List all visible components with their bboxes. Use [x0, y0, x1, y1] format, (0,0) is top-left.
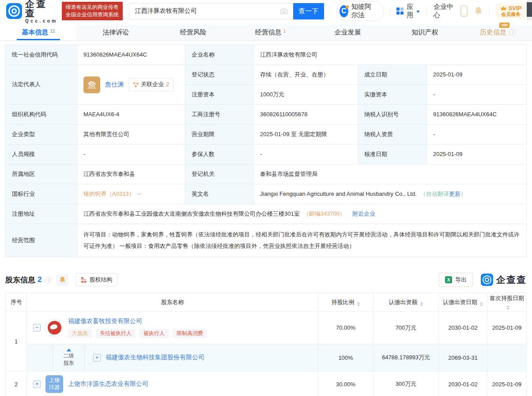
value-cell: 2025-01-09 — [427, 65, 527, 85]
expand-button[interactable]: + — [33, 381, 41, 388]
column-label: 持股比例 — [332, 299, 355, 305]
label-cell: 所属地区 — [6, 164, 77, 184]
shareholder-row: 2 + 上饶 沣源 上饶市沣源生态农业有限公司 30.00% 300万元 203… — [6, 371, 527, 396]
tab-history[interactable]: VIP 历史信息 i — [464, 25, 532, 40]
info-row: 经营范围 许可项目：动物饲养，家禽饲养，牲畜饲养（依法须经批准的项目，经相关部门… — [6, 224, 527, 257]
info-row: 组织机构代码 MAEA4UX6-4 工商注册号 360826110005678 … — [6, 105, 527, 125]
tag-consumption-restriction[interactable]: 限制高消费 — [173, 329, 207, 338]
tab-operating-risk[interactable]: 经营风险 — [155, 25, 232, 40]
value-cell: 江西沣豚农牧有限公司 — [254, 45, 527, 65]
shareholders-count: 2 — [38, 275, 42, 284]
sort-icon[interactable] — [357, 302, 360, 306]
shareholders-header: 股东信息 2 i 股权结构 X 导出 企查查 — [5, 273, 527, 287]
industry-value[interactable]: 猪的饲养（A0313） — [83, 190, 135, 197]
translate-update-link[interactable]: 更新 — [449, 190, 460, 197]
tab-label: 历史信息 — [480, 28, 506, 37]
tab-intellectual-property[interactable]: 知识产权 — [386, 25, 464, 40]
qcc-logo-text: 企查查 Qcc.com — [25, 0, 58, 23]
apps-label: 应用 — [407, 3, 413, 19]
label-cell: 人员规模 — [6, 145, 77, 164]
address-cell: 江西省吉安市泰和县工业园傲农大道南侧吉安傲农生物科技有限公司办公楼三楼301室（… — [77, 204, 527, 224]
tag-executee[interactable]: 被执行人 — [140, 329, 169, 338]
value-cell: 2025-01-09 — [427, 145, 527, 164]
qcc-logo[interactable]: 企查查 Qcc.com — [6, 0, 58, 23]
tag-major-shareholder[interactable]: 大股东 — [68, 329, 92, 338]
qcc-watermark: 企查查 — [481, 274, 527, 286]
brand-slogan: 缔造有远见的商业传奇 全国企业信用查询系统 — [62, 2, 123, 21]
tag-dishonest-executee[interactable]: 失信被执行人 — [96, 329, 136, 338]
shareholder-link[interactable]: 上饶市沣源生态农业有限公司 — [68, 380, 148, 388]
tab-basic-info[interactable]: 基本信息 11 — [0, 25, 77, 40]
column-date[interactable]: 认缴出资日期 — [439, 293, 487, 312]
tab-label: 企业发展 — [335, 28, 361, 37]
divider — [426, 7, 427, 15]
value-cell: 2025-01-09 至 无固定期限 — [254, 125, 358, 145]
shareholder-link[interactable]: 福建傲农畜牧投资有限公司 — [68, 317, 207, 325]
mobile-app-icon[interactable] — [460, 5, 468, 17]
zhibi-alpha-link[interactable]: C 知彼阿尔法 — [337, 1, 383, 21]
qcc-watermark-icon — [481, 274, 493, 286]
nearby-companies-link[interactable]: 附近企业 — [352, 210, 375, 217]
column-first-date[interactable]: 首次持股日期 — [487, 293, 527, 312]
svip-membership[interactable]: SVIP 会员服务 — [496, 4, 526, 19]
arrow-up-icon — [67, 349, 71, 351]
date-cell: 2069-03-31 — [439, 344, 487, 371]
level-toggle[interactable]: 二级 股东 — [53, 344, 85, 371]
notification-bell-icon[interactable] — [474, 7, 483, 16]
equity-structure-button[interactable]: 股权结构 — [75, 273, 117, 286]
value-cell: 江西省吉安市泰和县 — [77, 164, 185, 184]
camera-icon[interactable] — [280, 8, 288, 16]
column-amount[interactable]: 认缴出资额 — [374, 293, 439, 312]
slogan-line2: 全国企业信用查询系统 — [66, 11, 119, 19]
value-cell: 91360826MAEA4UX64C — [77, 45, 185, 65]
info-row: 企业类型 其他有限责任公司 营业期限 2025-01-09 至 无固定期限 纳税… — [6, 125, 527, 145]
equity-structure-label: 股权结构 — [89, 276, 112, 284]
legal-rep-link[interactable]: 詹仕渊 — [105, 80, 124, 90]
tab-operating-info[interactable]: 经营信息 1 — [232, 25, 309, 40]
enterprise-center-link[interactable]: 企业中心 — [434, 3, 454, 19]
sort-icon[interactable] — [479, 302, 483, 306]
value-cell: - — [77, 145, 185, 164]
related-network-icon — [133, 82, 139, 88]
shareholders-title: 股东信息 — [5, 275, 35, 285]
info-row: 注册地址 江西省吉安市泰和县工业园傲农大道南侧吉安傲农生物科技有限公司办公楼三楼… — [6, 204, 527, 224]
english-name-cell: Jiangxi Fengquan Agriculture and Animal … — [254, 184, 527, 204]
sort-icon[interactable] — [506, 305, 510, 310]
column-index: 序号 — [6, 293, 27, 312]
export-button[interactable]: X 导出 — [439, 273, 473, 287]
column-percent[interactable]: 持股比例 — [318, 293, 374, 312]
tab-label: 经营风险 — [180, 28, 207, 37]
info-icon[interactable]: i — [45, 277, 52, 283]
scrollbar-thumb[interactable] — [527, 2, 532, 17]
collapse-button[interactable]: − — [33, 324, 41, 331]
svip-subtitle: 会员服务 — [501, 11, 521, 17]
label-cell: 国标行业 — [6, 184, 77, 204]
column-label: 首次持股日期 — [490, 295, 524, 301]
indent — [27, 344, 53, 371]
sub-shareholder-link[interactable]: 福建傲农生物科技集团股份有限公司 — [106, 354, 204, 362]
expand-button[interactable]: + — [93, 354, 101, 362]
legal-rep-avatar: 詹 — [83, 76, 100, 93]
vip-badge: VIP — [499, 23, 509, 28]
related-companies-button[interactable]: 关联企业 2 — [128, 78, 174, 91]
sort-icon[interactable] — [420, 302, 423, 306]
percent-cell: 30.00% — [318, 371, 374, 396]
info-icon[interactable]: i — [509, 29, 516, 36]
value-cell: 泰和县市场监督管理局 — [254, 164, 527, 184]
monitor-bell-button[interactable] — [57, 274, 68, 286]
chevron-down-icon[interactable] — [137, 191, 141, 195]
detail-tabs: 基本信息 11 法律诉讼 经营风险 经营信息 1 企业发展 知识产权 VIP 历… — [0, 25, 532, 41]
search-button[interactable]: 查一下 — [293, 3, 324, 19]
tab-development[interactable]: 企业发展 — [309, 25, 386, 40]
related-count: 2 — [166, 80, 169, 89]
apps-dropdown[interactable]: 应用 — [396, 3, 420, 19]
info-row: 人员规模 - 参保人数 - 核准日期 2025-01-09 — [6, 145, 527, 164]
sub-shareholder-name-cell: 二级 股东 + 福建傲农生物科技集团股份有限公司 — [27, 344, 318, 371]
postcode: （邮编343700） — [303, 210, 345, 217]
tab-count: 11 — [50, 28, 55, 34]
legal-rep-cell: 詹 詹仕渊 关联企业 2 — [77, 65, 185, 105]
label-cell: 法定代表人 — [6, 65, 77, 105]
search-input[interactable] — [129, 3, 293, 19]
tab-lawsuits[interactable]: 法律诉讼 — [77, 25, 155, 40]
logo-domain: Qcc.com — [25, 19, 58, 23]
